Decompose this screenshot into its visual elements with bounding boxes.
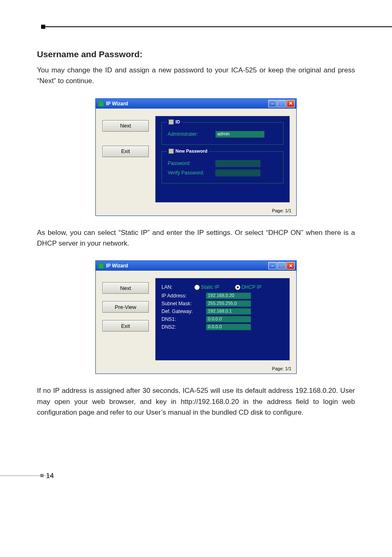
subnet-mask-input[interactable]: 255.255.255.0 [206,300,251,307]
next-button[interactable]: Next [102,120,149,132]
titlebar: IP Wizard – □ ✕ [96,261,296,271]
wizard-footer: Page: 1/1 [96,364,296,374]
page-footer: 14 [37,471,355,481]
ip-address-label: IP Address: [161,293,203,299]
close-button[interactable]: ✕ [286,100,295,107]
close-button[interactable]: ✕ [286,262,295,269]
dns2-input[interactable]: 0.0.0.0 [206,324,251,330]
screenshot-2: IP Wizard – □ ✕ Next Pre-View Exit LAN: [37,260,355,374]
maximize-button[interactable]: □ [277,100,286,107]
lan-label: LAN: [161,284,190,290]
window-title: IP Wizard [106,101,128,107]
wizard-panel: ID Administrater: admin New Password [155,116,290,202]
ip-address-input[interactable]: 192.168.0.20 [206,292,251,299]
dns1-input[interactable]: 0.0.0.0 [206,316,251,323]
header-line [45,26,392,27]
checkbox-icon[interactable] [168,149,174,154]
gateway-input[interactable]: 192.168.0.1 [206,308,251,315]
verify-password-label: Verify Password: [168,170,212,176]
page-number: 14 [46,472,54,480]
admin-input[interactable]: admin [215,131,265,138]
password-group: New Password Password: Verify Password: [161,151,284,183]
next-button[interactable]: Next [102,282,149,294]
document-page: Username and Password: You may change th… [0,0,392,498]
header-rule [37,25,355,29]
exit-button[interactable]: Exit [102,320,149,332]
subnet-mask-label: Subnet Mask: [161,301,203,306]
maximize-button[interactable]: □ [277,262,286,269]
preview-button[interactable]: Pre-View [102,301,149,313]
id-legend-text: ID [175,119,180,124]
wizard-panel: LAN: Static IP DHCP IP IP Address: [155,278,290,360]
section-paragraph: You may change the ID and assign a new p… [37,65,355,87]
footer-square-icon [40,474,44,477]
window-title: IP Wizard [106,263,128,269]
wizard-footer: Page: 1/1 [96,207,296,216]
dns1-label: DNS1: [161,316,203,322]
wizard-sidebar: Next Pre-View Exit [96,271,155,364]
password-label: Password: [168,160,212,166]
section-paragraph: If no IP address is assigned after 30 se… [37,385,355,418]
radio-icon [194,285,200,290]
static-ip-option[interactable]: Static IP [194,284,219,290]
checkbox-icon[interactable] [168,119,174,125]
section-paragraph: As below, you can select “Static IP” and… [37,227,355,249]
wizard-window-1: IP Wizard – □ ✕ Next Exit ID [95,98,297,216]
id-legend: ID [167,119,182,125]
admin-label: Administrater: [168,131,212,137]
exit-button[interactable]: Exit [102,146,149,157]
screenshot-1: IP Wizard – □ ✕ Next Exit ID [37,98,355,216]
minimize-button[interactable]: – [268,100,277,107]
section-heading: Username and Password: [37,49,355,59]
titlebar: IP Wizard – □ ✕ [96,99,296,109]
password-legend: New Password [167,149,209,154]
dhcp-ip-option[interactable]: DHCP IP [235,284,261,290]
minimize-button[interactable]: – [268,262,277,269]
dns2-label: DNS2: [161,324,203,330]
password-legend-text: New Password [175,149,208,153]
app-icon [98,101,104,107]
gateway-label: Def. Gateway: [161,309,203,314]
wizard-sidebar: Next Exit [96,109,155,207]
password-input[interactable] [215,160,261,167]
dhcp-ip-label: DHCP IP [242,284,261,290]
wizard-window-2: IP Wizard – □ ✕ Next Pre-View Exit LAN: [95,260,297,374]
static-ip-label: Static IP [201,284,219,290]
verify-password-input[interactable] [215,169,261,176]
header-square-icon [41,25,45,29]
radio-icon [235,285,240,290]
app-icon [98,263,104,269]
footer-line [0,476,53,476]
id-group: ID Administrater: admin [161,122,284,145]
